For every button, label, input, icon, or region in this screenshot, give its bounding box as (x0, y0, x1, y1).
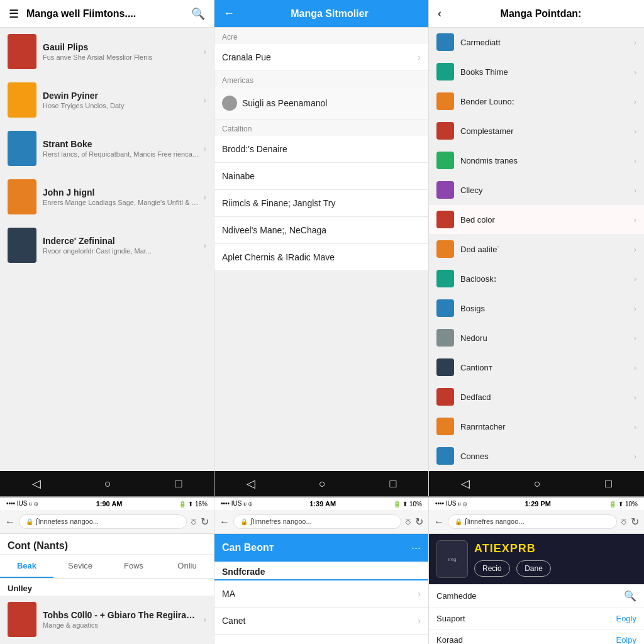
back-icon[interactable]: ← (434, 516, 444, 528)
item-thumb (436, 181, 454, 199)
item-subtitle: Rvoor ongelorldr Cast igndie, Mar... (43, 247, 199, 255)
list-item[interactable]: Suigli as Peenamanol (214, 87, 428, 119)
list-item-bed-color[interactable]: Bed color › (429, 205, 644, 235)
share-icon[interactable]: ⎏ (191, 516, 197, 528)
list-item[interactable]: Ded aalite˙ › (429, 235, 644, 264)
list-item[interactable]: Dedfacd › (429, 382, 644, 412)
list-item[interactable]: Gauil Plips Fus anve She Arsial Messlior… (0, 28, 214, 76)
url-bar[interactable]: 🔒 ʃlimnefres nangoo... (233, 514, 401, 529)
share-icon[interactable]: ⎏ (621, 516, 627, 528)
status-right: 🔋 ⬆ 10% (393, 501, 422, 508)
item-thumb (436, 388, 454, 406)
list-item[interactable]: Cranala Pue › (214, 44, 428, 71)
browser-bar: ← 🔒 ʃlinnefres nangoo... ⎏ ↻ (429, 510, 644, 534)
more-options-icon[interactable]: ··· (411, 541, 421, 555)
list-item[interactable]: John J hignl Enrers Mange Lcadiags Sage,… (0, 173, 214, 221)
list-item[interactable]: Books Thime › (429, 57, 644, 87)
item-text: Ndiveel's Mane;, NeChaga (222, 225, 326, 235)
search-icon[interactable]: 🔍 (624, 590, 636, 602)
list-item[interactable]: Ranrntacher › (429, 412, 644, 441)
home-icon[interactable]: ○ (319, 477, 326, 491)
back-icon[interactable]: ◁ (32, 477, 41, 491)
list-item[interactable]: Cantionт › (429, 353, 644, 382)
chevron-icon: › (634, 126, 636, 136)
list-item[interactable]: Carmediatt › (429, 28, 644, 57)
list-item[interactable]: Canet › (214, 608, 428, 635)
reload-icon[interactable]: ↻ (631, 516, 639, 528)
recent-icon[interactable]: □ (175, 477, 182, 491)
recent-icon[interactable]: □ (605, 477, 612, 491)
recio-button[interactable]: Recio (474, 560, 510, 577)
item-thumb (8, 179, 36, 214)
chevron-icon: › (418, 52, 421, 62)
chevron-icon: › (203, 47, 206, 57)
back-icon[interactable]: ← (221, 6, 237, 21)
list-item[interactable]: Nedoru › (429, 323, 644, 353)
info-row[interactable]: Suaport Eogly (429, 608, 644, 630)
list-item[interactable]: Bacloosk꞉ › (429, 264, 644, 294)
tab-onliu[interactable]: Onliu (160, 555, 214, 578)
item-text: Ranrntacher (460, 422, 634, 431)
tab-sevice[interactable]: Sevice (53, 555, 107, 578)
page-title: Cont (Nants) (0, 534, 214, 555)
list-item[interactable]: Complestamer › (429, 116, 644, 146)
info-value[interactable]: Eogly (616, 614, 636, 623)
chevron-icon: › (634, 392, 636, 402)
recent-icon[interactable]: □ (389, 477, 396, 491)
menu-icon[interactable]: ☰ (6, 6, 21, 22)
item-thumb (8, 602, 36, 637)
item-thumb (436, 211, 454, 228)
back-icon[interactable]: ◁ (247, 477, 255, 491)
bottom-nav: ◁ ○ □ (429, 471, 644, 496)
list-item[interactable]: Dewin Pyiner Hose Tryiges Unclos, Daty › (0, 76, 214, 125)
status-left: •••• IUS ᵾ ⊕ (435, 500, 467, 508)
list-item[interactable]: Ndiveel's Mane;, NeChaga (214, 217, 428, 244)
bot-left-list: Tohbs C0ll0 - + Gbiaro The Regiiraments … (0, 596, 214, 644)
item-text: Dedfacd (460, 392, 634, 402)
list-item[interactable]: Nainabe (214, 163, 428, 190)
item-text: Complestamer (460, 126, 634, 136)
home-icon[interactable]: ○ (104, 477, 111, 491)
back-icon[interactable]: ‹ (435, 6, 444, 21)
chevron-icon: › (634, 97, 636, 106)
list-item[interactable]: MA › (214, 580, 428, 608)
list-item[interactable]: Brodd:'s Denaire (214, 136, 428, 163)
back-icon[interactable]: ← (219, 516, 230, 528)
section-label: Americas (214, 71, 428, 87)
reload-icon[interactable]: ↻ (201, 516, 209, 528)
tab-beak[interactable]: Beak (0, 555, 53, 578)
item-title: Strant Boke (43, 139, 199, 149)
item-text: Riimcls & Finane; Janglst Try (222, 198, 336, 208)
list-item[interactable]: Inderce' Zefininal Rvoor ongelorldr Cast… (0, 221, 214, 270)
chevron-icon: › (634, 333, 636, 343)
list-item[interactable]: Nondmis tranes › (429, 146, 644, 175)
tab-fows[interactable]: Fows (107, 555, 160, 578)
item-text: Carmediatt (460, 38, 634, 47)
list-item[interactable]: Aplet Chernis & IRadic Mave (214, 244, 428, 271)
item-thumb (8, 131, 36, 166)
list-item[interactable]: Riimcls & Finane; Janglst Try (214, 190, 428, 217)
back-icon[interactable]: ← (5, 516, 15, 528)
list-item[interactable]: Bender Lounoː › (429, 87, 644, 116)
status-time: 1:29 PM (525, 500, 551, 508)
info-row[interactable]: Koraad Eoipy (429, 630, 644, 644)
share-icon[interactable]: ⎏ (405, 516, 411, 528)
info-value[interactable]: Eoipy (616, 635, 636, 644)
item-text: Nainabe (222, 171, 255, 181)
list-item[interactable]: Cllecy › (429, 175, 644, 205)
back-icon[interactable]: ◁ (461, 477, 470, 491)
item-text: Books Thime (460, 67, 634, 77)
home-icon[interactable]: ○ (534, 477, 541, 491)
item-text: Nedoru (460, 333, 634, 343)
search-icon[interactable]: 🔍 (189, 6, 208, 22)
url-bar[interactable]: 🔒 ʃlnnnetess nangoo... (19, 514, 187, 529)
dane-button[interactable]: Dane (516, 560, 551, 577)
list-item[interactable]: Strant Boke Rerst lancs, of Requicatbant… (0, 125, 214, 173)
reload-icon[interactable]: ↻ (415, 516, 423, 528)
list-item[interactable]: Bosigs › (429, 294, 644, 323)
info-row[interactable]: Camhedde 🔍 (429, 584, 644, 608)
list-item[interactable]: Culiciis › (214, 635, 428, 644)
list-item[interactable]: Tohbs C0ll0 - + Gbiaro The Regiiraments … (0, 596, 214, 644)
list-item[interactable]: Connes › (429, 441, 644, 471)
url-bar[interactable]: 🔒 ʃlinnefres nangoo... (448, 514, 617, 529)
